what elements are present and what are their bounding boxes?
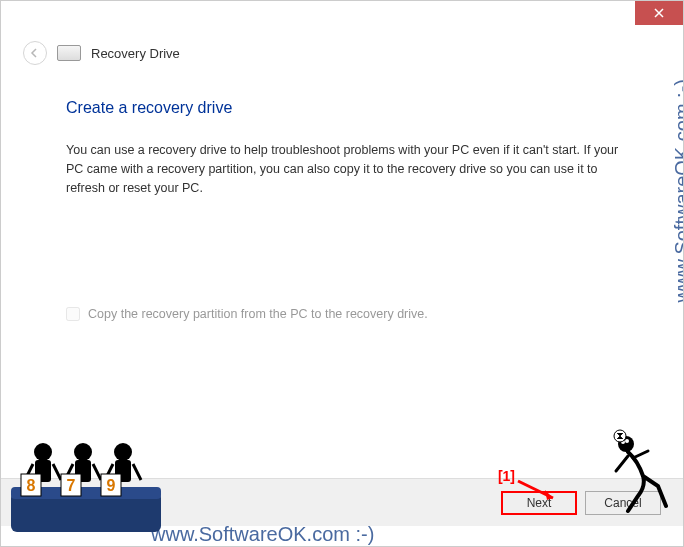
annotation-arrow-icon — [513, 476, 563, 506]
back-button[interactable] — [23, 41, 47, 65]
back-arrow-icon — [29, 47, 41, 59]
svg-point-2 — [34, 443, 52, 461]
button-bar: Next Cancel — [1, 478, 683, 526]
content-area: Create a recovery drive You can use a re… — [1, 71, 683, 321]
svg-point-18 — [621, 440, 625, 444]
svg-point-17 — [618, 436, 634, 452]
svg-point-20 — [614, 430, 626, 442]
drive-icon — [57, 44, 81, 62]
header-row: Recovery Drive — [1, 33, 683, 71]
svg-point-7 — [74, 443, 92, 461]
watermark-bottom: www.SoftwareOK.com :-) — [151, 523, 374, 546]
body-text: You can use a recovery drive to help tro… — [66, 141, 623, 197]
svg-point-12 — [114, 443, 132, 461]
header-title: Recovery Drive — [91, 46, 180, 61]
checkbox-row: Copy the recovery partition from the PC … — [66, 307, 623, 321]
close-icon — [654, 8, 664, 18]
copy-partition-label: Copy the recovery partition from the PC … — [88, 307, 428, 321]
page-heading: Create a recovery drive — [66, 99, 623, 117]
svg-point-19 — [625, 439, 629, 443]
titlebar — [1, 1, 683, 33]
close-button[interactable] — [635, 1, 683, 25]
copy-partition-checkbox — [66, 307, 80, 321]
cancel-button[interactable]: Cancel — [585, 491, 661, 515]
